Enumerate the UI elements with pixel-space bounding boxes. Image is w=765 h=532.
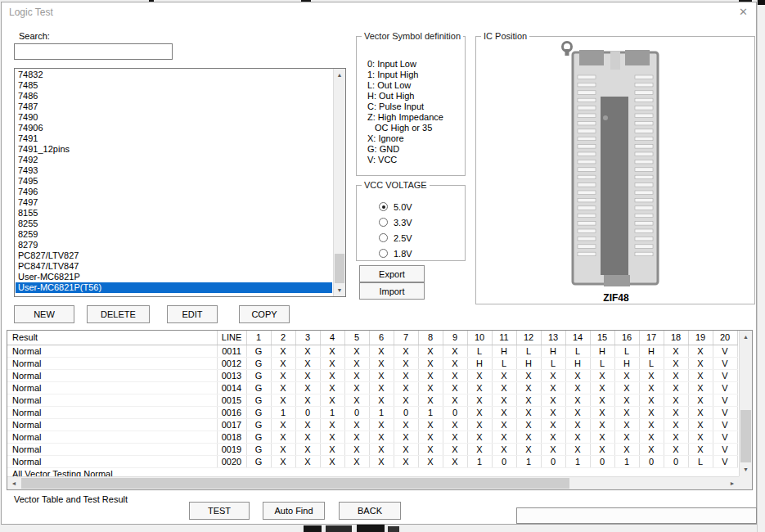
vcc-option-2.5V[interactable]: 2.5V [357, 230, 465, 246]
table-row-0017[interactable]: Normal0017GXXXXXXXXXXXXXXXXXXV [7, 418, 737, 431]
scrollbar-thumb[interactable] [740, 410, 751, 462]
auto-find-button[interactable]: Auto Find [263, 502, 325, 520]
list-item[interactable]: 8155 [16, 208, 332, 219]
column-header-pin-20[interactable]: 20 [713, 331, 737, 345]
column-header-pin-17[interactable]: 17 [639, 331, 664, 345]
title-bar: Logic Test ✕ [2, 2, 756, 24]
pin-cell: X [639, 443, 664, 455]
column-header-pin-10[interactable]: 10 [467, 331, 492, 345]
column-header-pin-18[interactable]: 18 [664, 331, 688, 345]
column-header-pin-19[interactable]: 19 [688, 331, 713, 345]
list-item[interactable]: 7491 [16, 133, 332, 144]
copy-button[interactable]: COPY [239, 305, 290, 323]
pin-cell: V [713, 406, 737, 418]
pin-cell: X [369, 345, 394, 357]
list-item[interactable]: 7486 [16, 91, 332, 101]
column-header-pin-14[interactable]: 14 [565, 331, 590, 345]
vcc-option-1.8V[interactable]: 1.8V [357, 246, 465, 261]
table-row-0013[interactable]: Normal0013GXXXXXXXXXXXXXXXXXXV [7, 369, 737, 381]
column-header-pin-1[interactable]: 1 [246, 331, 271, 345]
scroll-left-icon[interactable]: ◄ [7, 477, 20, 489]
list-item[interactable]: 7490 [16, 112, 332, 123]
ic-list-scrollbar[interactable]: ▲ ▼ [333, 69, 345, 296]
list-item[interactable]: 7492 [16, 155, 332, 165]
scroll-up-icon[interactable]: ▲ [334, 69, 345, 81]
test-button[interactable]: TEST [189, 502, 250, 520]
list-item[interactable]: User-MC6821P(T56) [16, 282, 332, 293]
list-item[interactable]: PC847/LTV847 [16, 261, 332, 272]
new-button[interactable]: NEW [14, 305, 74, 323]
symbol-line: V: VCC [367, 155, 443, 165]
vcc-option-5.0V[interactable]: 5.0V [357, 199, 465, 214]
list-item[interactable]: 7491_12pins [16, 144, 332, 155]
vcc-option-3.3V[interactable]: 3.3V [357, 214, 465, 230]
list-item[interactable]: User-MC6821P [16, 272, 332, 282]
column-header-line[interactable]: LINE [217, 331, 246, 345]
pin-cell: X [443, 431, 467, 443]
delete-button[interactable]: DELETE [87, 305, 150, 323]
list-item[interactable]: 7487 [16, 101, 332, 112]
edit-button[interactable]: EDIT [167, 305, 218, 323]
list-item[interactable]: 7493 [16, 165, 332, 176]
list-item[interactable]: 8259 [16, 229, 332, 240]
column-header-pin-6[interactable]: 6 [369, 331, 394, 345]
column-header-pin-2[interactable]: 2 [271, 331, 295, 345]
scrollbar-thumb[interactable] [21, 478, 569, 489]
export-button[interactable]: Export [359, 265, 425, 282]
scroll-up-icon[interactable]: ▲ [740, 331, 752, 344]
column-header-pin-4[interactable]: 4 [320, 331, 344, 345]
table-row-0016[interactable]: Normal0016G10101010XXXXXXXXXXV [7, 406, 737, 418]
pin-cell: V [713, 345, 737, 357]
vector-symbol-panel: Vector Symbol definition 0: Input Low1: … [356, 36, 466, 176]
column-header-pin-16[interactable]: 16 [614, 331, 639, 345]
column-header-pin-13[interactable]: 13 [541, 331, 565, 345]
column-header-pin-5[interactable]: 5 [344, 331, 369, 345]
list-item[interactable]: 74906 [16, 123, 332, 133]
column-header-pin-11[interactable]: 11 [492, 331, 516, 345]
column-header-pin-7[interactable]: 7 [394, 331, 418, 345]
column-header-result[interactable]: Result [7, 331, 217, 345]
list-item[interactable]: 7495 [16, 176, 332, 187]
table-row-0019[interactable]: Normal0019GXXXXXXXXXXXXXXXXXXV [7, 443, 737, 455]
pin-cell: V [713, 418, 737, 431]
pin-cell: X [320, 443, 344, 455]
scrollbar-thumb[interactable] [335, 254, 344, 283]
pin-cell: X [492, 381, 516, 394]
pin-cell: X [541, 394, 565, 406]
column-header-pin-15[interactable]: 15 [590, 331, 614, 345]
table-row-0020[interactable]: Normal0020GXXXXXXXX101010100LV [7, 455, 737, 467]
pin-cell: X [664, 357, 688, 369]
list-item[interactable]: 7485 [16, 80, 332, 91]
close-icon[interactable]: ✕ [739, 6, 748, 18]
pin-cell: X [565, 406, 590, 418]
column-header-pin-3[interactable]: 3 [295, 331, 320, 345]
pin-cell: 0 [664, 455, 688, 467]
table-row-0014[interactable]: Normal0014GXXXXXXXXXXXXXXXXXXV [7, 381, 737, 394]
pin-cell: X [664, 431, 688, 443]
import-button[interactable]: Import [359, 282, 425, 300]
list-item[interactable]: 74832 [16, 70, 332, 80]
scroll-down-icon[interactable]: ▼ [334, 284, 345, 296]
table-horizontal-scrollbar[interactable]: ◄ ► [7, 476, 739, 489]
scroll-down-icon[interactable]: ▼ [740, 463, 752, 476]
scroll-right-icon[interactable]: ► [726, 477, 739, 489]
table-row-0015[interactable]: Normal0015GXXXXXXXXXXXXXXXXXXV [7, 394, 737, 406]
pin-cell: X [320, 345, 344, 357]
back-button[interactable]: BACK [339, 502, 401, 520]
pin-cell: X [443, 381, 467, 394]
list-item[interactable]: 8279 [16, 240, 332, 250]
list-item[interactable]: PC827/LTV827 [16, 250, 332, 261]
table-row-0012[interactable]: Normal0012GXXXXXXXXHLHLHLHLXXV [7, 357, 737, 369]
table-vertical-scrollbar[interactable]: ▲ ▼ [739, 331, 752, 476]
column-header-pin-12[interactable]: 12 [516, 331, 541, 345]
result-cell: Normal [7, 406, 217, 418]
table-row-0018[interactable]: Normal0018GXXXXXXXXXXXXXXXXXXV [7, 431, 737, 443]
table-row-0011[interactable]: Normal0011GXXXXXXXXLHLHLHLHXXV [7, 345, 737, 357]
search-input[interactable] [14, 43, 173, 60]
column-header-pin-8[interactable]: 8 [418, 331, 443, 345]
list-item[interactable]: 7496 [16, 187, 332, 197]
column-header-pin-9[interactable]: 9 [443, 331, 467, 345]
list-item[interactable]: 8255 [16, 219, 332, 229]
list-item[interactable]: 7497 [16, 197, 332, 208]
pin-cell: X [565, 431, 590, 443]
